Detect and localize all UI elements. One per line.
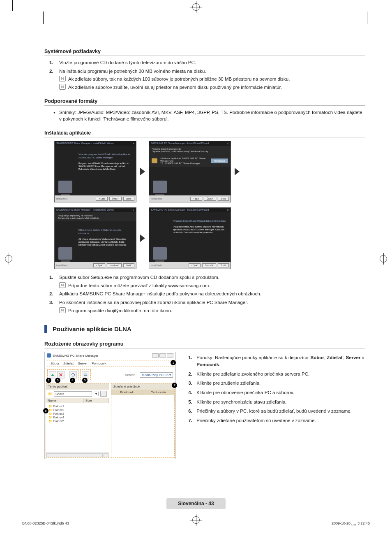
- column-folder[interactable]: Priečinok: [111, 390, 143, 395]
- install-step-1: Spustite súbor Setup.exe na programovom …: [59, 275, 219, 280]
- file-list: Folder1 Folder2 Folder3 Folder4 Folder5: [46, 403, 109, 453]
- crop-tick: [12, 0, 13, 11]
- server-label: Server :: [125, 373, 136, 377]
- list-item[interactable]: Folder2: [48, 408, 106, 412]
- print-registration-mark: [380, 255, 387, 262]
- crop-tick: [43, 12, 44, 24]
- install-wizard-step-1: SAMSUNG PC Share Manager - InstallShield…: [54, 141, 136, 202]
- wizard-title: SAMSUNG PC Share Manager - InstallShield…: [56, 209, 114, 211]
- sys-req-note-1: Ak zdieľate súbory, tak na každých 100 s…: [59, 76, 365, 83]
- shared-list: [111, 395, 174, 444]
- close-icon: ✕: [132, 209, 134, 211]
- wizard-title: SAMSUNG PC Share Manager - InstallShield…: [151, 142, 209, 145]
- legend-6: Priečinky a súbory v PC, ktoré sa budú z…: [196, 409, 352, 413]
- sys-req-item-2: Na inštaláciu programu je potrebných 30 …: [59, 69, 206, 74]
- path-input[interactable]: Share: [54, 391, 92, 397]
- legend-1-pre: Ponuky: Nasledujúce ponuky aplikácie sú …: [196, 355, 310, 360]
- go-button[interactable]: [100, 391, 107, 397]
- legend-2: Kliknite pre zdieľanie zvoleného priečin…: [196, 372, 309, 376]
- wizard4-headline: Program InstallShield Wizard dokončil in…: [173, 220, 226, 223]
- crop-tick: [367, 12, 367, 24]
- cancel-button[interactable]: Zrušiť: [218, 197, 229, 201]
- wizard-title: SAMSUNG PC Share Manager - InstallShield…: [56, 142, 114, 145]
- wizard4-body: Program InstallShield Wizard úspešne nai…: [173, 225, 224, 234]
- list-item[interactable]: Folder3: [48, 412, 106, 416]
- section-title-supported-formats: Podporované formáty: [44, 98, 365, 106]
- column-size[interactable]: Size: [84, 398, 109, 403]
- menu-server[interactable]: Server: [78, 362, 88, 365]
- print-meta-timestamp: 2009-10-20 ␣␣ 3:22:45: [332, 521, 370, 525]
- cancel-button[interactable]: Zrušiť: [123, 197, 134, 201]
- list-item[interactable]: Folder4: [48, 416, 106, 419]
- scrollbar[interactable]: [46, 453, 109, 457]
- menubar: Súbor Zdieľať Server Pomocník 1: [47, 360, 173, 367]
- menu-share[interactable]: Zdieľať: [63, 362, 74, 365]
- back-button[interactable]: < Späť: [93, 263, 105, 267]
- spacer: [231, 207, 243, 269]
- next-button[interactable]: Ďalej >: [204, 197, 216, 201]
- wizard3-body: Ak chcete skontrolovať alebo zmeniť ľubo…: [78, 238, 127, 246]
- close-icon: ✕: [227, 209, 229, 211]
- browse-button[interactable]: Prehľadávať: [211, 158, 228, 163]
- section-title-dlna: Používanie aplikácie DLNA: [44, 325, 365, 334]
- close-icon[interactable]: [167, 353, 173, 358]
- callout-badge-1: 1: [171, 360, 176, 365]
- legend-3: Kliknite pre zrušenie zdieľania.: [196, 381, 261, 385]
- server-combo[interactable]: Media Play PC Sh ▾: [140, 372, 173, 378]
- callout-badge-7: 7: [172, 383, 177, 388]
- next-button[interactable]: Ďalej >: [109, 197, 122, 201]
- install-step-3: Po skončení inštalácie sa na pracovnej p…: [59, 300, 248, 305]
- print-registration-mark: [192, 3, 200, 11]
- folder-icon: [152, 158, 157, 163]
- legend-1-bold-1: Súbor: [311, 355, 324, 360]
- wizard2-path-label: Inštalovať aplikáciu SAMSUNG PC Share Ma…: [160, 157, 208, 162]
- install-wizard-step-2: SAMSUNG PC Share Manager - InstallShield…: [149, 141, 231, 202]
- column-fullpath[interactable]: Celá cesta: [143, 390, 175, 395]
- installshield-label: InstallShield: [151, 264, 162, 267]
- app-icon: [47, 353, 51, 358]
- back-button[interactable]: < Späť: [189, 263, 201, 267]
- install-step-3-note: Program spustite dvojitým kliknutím na t…: [59, 307, 365, 314]
- list-item[interactable]: Folder5: [48, 419, 106, 423]
- app-title: SAMSUNG PC Share Manager: [53, 354, 98, 358]
- installshield-label: InstallShield: [56, 197, 67, 200]
- legend-1-bold-3: Server: [346, 355, 361, 360]
- column-name[interactable]: Name: [46, 398, 84, 403]
- maximize-icon[interactable]: [159, 353, 166, 358]
- install-button[interactable]: Inštalovať: [107, 263, 122, 267]
- finish-button[interactable]: Dokončiť: [202, 263, 216, 267]
- wizard-title: SAMSUNG PC Share Manager - InstallShield…: [151, 209, 209, 211]
- page-number-pill: Slovenčina - 43: [166, 498, 225, 509]
- legend-1-bold-4: Pomocník: [196, 362, 219, 367]
- dropdown-icon[interactable]: ▾: [94, 392, 99, 396]
- left-pane-header: Tento počítač: [46, 383, 109, 390]
- supported-formats-list: Snímky: JPEG/Audio: MP3/Video: zásobník …: [44, 109, 365, 123]
- menu-help[interactable]: Pomocník: [92, 362, 106, 365]
- minimize-icon[interactable]: [152, 353, 159, 358]
- list-item[interactable]: Folder1: [48, 404, 106, 408]
- install-wizard-step-3: SAMSUNG PC Share Manager - InstallShield…: [54, 207, 136, 269]
- share-icon[interactable]: [49, 371, 56, 378]
- page-content: Systémové požiadavky 1.Vložte programové…: [44, 41, 365, 459]
- back-button[interactable]: < Späť: [190, 197, 202, 201]
- sys-req-item-1: Vložte programové CD dodané s týmto tele…: [59, 60, 196, 65]
- install-wizard-grid: SAMSUNG PC Share Manager - InstallShield…: [54, 141, 365, 269]
- menu-file[interactable]: Súbor: [51, 362, 59, 365]
- installshield-label: InstallShield: [151, 197, 162, 200]
- computer-icon: [153, 247, 167, 260]
- legend-1-bold-2: Zdieľať: [327, 355, 343, 360]
- section-title-screen-layout: Rozloženie obrazovky programu: [44, 341, 365, 348]
- cancel-button[interactable]: Zrušiť: [218, 263, 229, 267]
- back-button[interactable]: < Späť: [96, 197, 108, 201]
- supported-formats-text: Snímky: JPEG/Audio: MP3/Video: zásobník …: [59, 110, 362, 122]
- folder-icon: 📁: [48, 392, 52, 396]
- cancel-button[interactable]: Zrušiť: [123, 263, 134, 267]
- section-title-system-requirements: Systémové požiadavky: [44, 49, 365, 56]
- install-wizard-step-4: SAMSUNG PC Share Manager - InstallShield…: [149, 207, 231, 269]
- install-step-2: Aplikáciu SAMSUNG PC Share Manager inšta…: [59, 291, 261, 296]
- installshield-label: InstallShield: [56, 264, 67, 267]
- legend-7: Priečinky zdieľané používateľom sú uvede…: [196, 418, 316, 423]
- wizard3-subtitle-b: Sprievodca je pripravený začať inštaláci…: [58, 217, 133, 219]
- page-footer: Slovenčina - 43: [0, 498, 392, 509]
- close-icon: ✕: [227, 142, 229, 145]
